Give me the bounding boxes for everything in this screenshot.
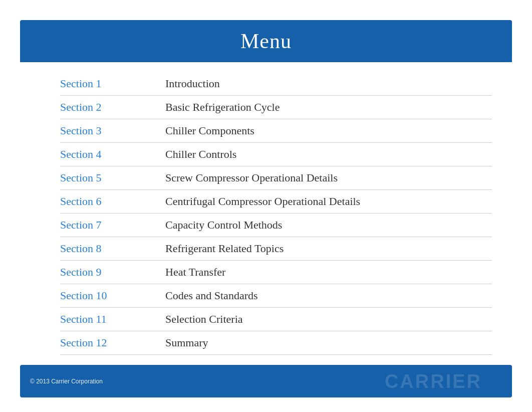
header: Menu <box>20 20 512 62</box>
footer-copyright: © 2013 Carrier Corporation <box>30 378 103 385</box>
menu-item[interactable]: Section 12Summary <box>60 331 492 355</box>
section-title: Capacity Control Methods <box>150 219 282 232</box>
menu-item[interactable]: Section 7Capacity Control Methods <box>60 214 492 237</box>
menu-item[interactable]: Section 4Chiller Controls <box>60 143 492 166</box>
menu-content: Section 1IntroductionSection 2Basic Refr… <box>0 62 532 365</box>
page-wrapper: Menu Section 1IntroductionSection 2Basic… <box>0 0 532 412</box>
menu-item[interactable]: Section 3Chiller Components <box>60 119 492 143</box>
section-title: Chiller Controls <box>150 148 236 161</box>
section-title: Centrifugal Compressor Operational Detai… <box>150 195 360 208</box>
menu-item[interactable]: Section 5Screw Compressor Operational De… <box>60 166 492 190</box>
section-title: Basic Refrigeration Cycle <box>150 101 280 114</box>
section-label: Section 11 <box>60 313 150 326</box>
menu-item[interactable]: Section 11 Selection Criteria <box>60 308 492 331</box>
section-title: Heat Transfer <box>150 266 225 279</box>
footer: © 2013 Carrier Corporation CARRIER <box>20 365 512 397</box>
section-label: Section 10 <box>60 289 150 302</box>
section-label: Section 5 <box>60 171 150 184</box>
section-label: Section 8 <box>60 242 150 255</box>
footer-watermark: CARRIER <box>385 370 482 392</box>
section-title: Chiller Components <box>150 124 254 137</box>
section-label: Section 7 <box>60 219 150 232</box>
section-title: Summary <box>150 336 208 349</box>
section-label: Section 9 <box>60 266 150 279</box>
section-title: Selection Criteria <box>150 313 243 326</box>
section-title: Screw Compressor Operational Details <box>150 171 338 184</box>
menu-item[interactable]: Section 8Refrigerant Related Topics <box>60 237 492 261</box>
menu-item[interactable]: Section 6Centrifugal Compressor Operatio… <box>60 190 492 214</box>
section-label: Section 6 <box>60 195 150 208</box>
section-label: Section 3 <box>60 124 150 137</box>
section-label: Section 2 <box>60 101 150 114</box>
section-title: Introduction <box>150 77 220 90</box>
menu-item[interactable]: Section 1Introduction <box>60 72 492 96</box>
menu-item[interactable]: Section 10Codes and Standards <box>60 284 492 308</box>
section-label: Section 1 <box>60 77 150 90</box>
menu-item[interactable]: Section 9Heat Transfer <box>60 261 492 284</box>
section-label: Section 12 <box>60 336 150 349</box>
header-title: Menu <box>240 30 292 53</box>
section-title: Codes and Standards <box>150 289 258 302</box>
menu-item[interactable]: Section 2Basic Refrigeration Cycle <box>60 96 492 119</box>
section-label: Section 4 <box>60 148 150 161</box>
section-title: Refrigerant Related Topics <box>150 242 284 255</box>
